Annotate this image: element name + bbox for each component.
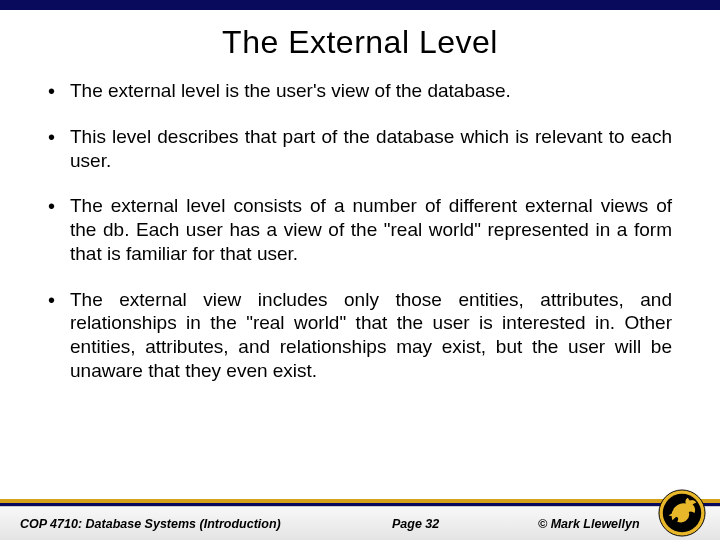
- bullet-item: The external level consists of a number …: [48, 194, 672, 265]
- ucf-pegasus-logo-icon: [658, 489, 706, 537]
- footer-page: Page 32: [392, 517, 439, 531]
- slide-body: The external level is the user's view of…: [0, 71, 720, 383]
- bullet-item: This level describes that part of the da…: [48, 125, 672, 173]
- footer-copyright: © Mark Llewellyn: [538, 517, 640, 531]
- slide-title: The External Level: [0, 24, 720, 61]
- bullet-list: The external level is the user's view of…: [48, 79, 672, 383]
- slide-footer: COP 4710: Database Systems (Introduction…: [0, 499, 720, 540]
- top-accent-bar: [0, 0, 720, 10]
- bullet-item: The external view includes only those en…: [48, 288, 672, 383]
- bullet-item: The external level is the user's view of…: [48, 79, 672, 103]
- slide-title-area: The External Level: [0, 10, 720, 71]
- footer-strip: COP 4710: Database Systems (Introduction…: [0, 506, 720, 540]
- footer-course: COP 4710: Database Systems (Introduction…: [20, 517, 281, 531]
